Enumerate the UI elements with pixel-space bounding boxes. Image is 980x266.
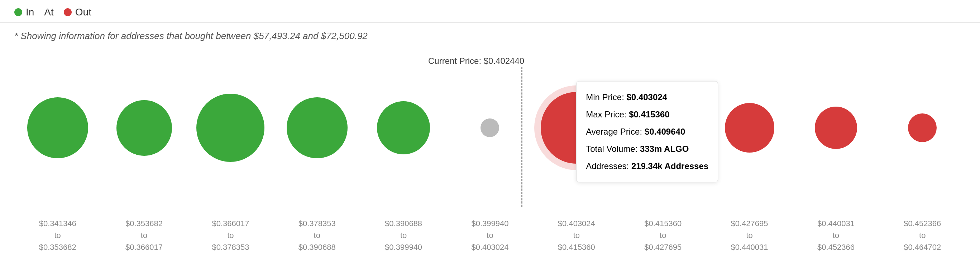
legend-label-out: Out bbox=[75, 6, 91, 18]
x-label-10-from: $0.452366 bbox=[904, 218, 941, 229]
legend-label-at: At bbox=[44, 6, 53, 18]
x-label-8: $0.427695 to $0.440031 bbox=[706, 218, 792, 253]
x-label-7: $0.415360 to $0.427695 bbox=[620, 218, 706, 253]
current-price-line bbox=[521, 67, 522, 207]
bubble-col-3 bbox=[188, 94, 274, 162]
x-label-5-from: $0.399940 bbox=[471, 218, 509, 229]
tooltip-total-volume-value: 333m ALGO bbox=[640, 144, 689, 154]
legend: In At Out bbox=[0, 0, 980, 22]
x-label-1-from: $0.353682 bbox=[126, 218, 163, 229]
x-label-4-from: $0.390688 bbox=[385, 218, 422, 229]
tooltip-min-price-value: $0.403024 bbox=[627, 92, 667, 102]
x-labels: $0.341346 to $0.353682 $0.353682 to $0.3… bbox=[0, 218, 980, 246]
tooltip-addresses-value: 219.34k Addresses bbox=[632, 161, 708, 171]
legend-item-at: At bbox=[44, 6, 53, 18]
x-label-9: $0.440031 to $0.452366 bbox=[792, 218, 879, 253]
x-label-9-from: $0.440031 bbox=[817, 218, 854, 229]
x-label-8-from: $0.427695 bbox=[731, 218, 768, 229]
tooltip-max-price-label: Max Price: bbox=[586, 109, 626, 119]
bubble-col-5 bbox=[360, 101, 447, 154]
tooltip-total-volume-label: Total Volume: bbox=[586, 144, 638, 154]
x-label-2: $0.366017 to $0.378353 bbox=[188, 218, 274, 253]
bubble-col-6 bbox=[447, 119, 533, 137]
x-label-6-from: $0.403024 bbox=[558, 218, 595, 229]
x-label-5-to: $0.403024 bbox=[471, 241, 509, 253]
current-price-label: Current Price: $0.402440 bbox=[428, 56, 524, 66]
tooltip-avg-price-value: $0.409640 bbox=[644, 127, 685, 136]
x-label-3: $0.378353 to $0.390688 bbox=[274, 218, 360, 253]
legend-item-out: Out bbox=[64, 6, 91, 18]
bubble-col-1 bbox=[14, 97, 101, 158]
x-label-0-to: $0.353682 bbox=[39, 241, 76, 253]
bubble-9 bbox=[725, 103, 774, 152]
x-label-6: $0.403024 to $0.415360 bbox=[533, 218, 619, 253]
x-label-2-from: $0.366017 bbox=[212, 218, 249, 229]
bubble-4 bbox=[286, 97, 348, 158]
bubble-5 bbox=[377, 101, 430, 154]
x-label-3-to: $0.390688 bbox=[299, 241, 336, 253]
x-label-3-from: $0.378353 bbox=[299, 218, 336, 229]
tooltip-addresses: Addresses: 219.34k Addresses bbox=[586, 158, 708, 175]
x-label-4-to: $0.399940 bbox=[385, 241, 422, 253]
x-label-0-from: $0.341346 bbox=[39, 218, 76, 229]
tooltip-total-volume: Total Volume: 333m ALGO bbox=[586, 140, 708, 158]
x-label-5: $0.399940 to $0.403024 bbox=[447, 218, 533, 253]
x-label-8-to: $0.440031 bbox=[731, 241, 768, 253]
x-label-2-to: $0.378353 bbox=[212, 241, 249, 253]
x-label-0: $0.341346 to $0.353682 bbox=[14, 218, 101, 253]
x-label-6-to: $0.415360 bbox=[558, 241, 595, 253]
bubble-col-4 bbox=[274, 97, 360, 158]
x-label-7-from: $0.415360 bbox=[644, 218, 681, 229]
tooltip-avg-price-label: Average Price: bbox=[586, 127, 642, 136]
x-label-1-to: $0.366017 bbox=[126, 241, 163, 253]
legend-label-in: In bbox=[26, 6, 34, 18]
tooltip-max-price-value: $0.415360 bbox=[629, 109, 669, 119]
x-label-1: $0.353682 to $0.366017 bbox=[101, 218, 187, 253]
bubble-6 bbox=[480, 119, 499, 137]
bubble-col-11 bbox=[879, 114, 966, 142]
tooltip-min-price-label: Min Price: bbox=[586, 92, 624, 102]
tooltip-avg-price: Average Price: $0.409640 bbox=[586, 123, 708, 140]
chart-area: Current Price: $0.402440 bbox=[0, 45, 980, 246]
bubble-col-9 bbox=[706, 103, 792, 152]
x-label-7-to: $0.427695 bbox=[644, 241, 681, 253]
bubble-1 bbox=[27, 97, 88, 158]
legend-item-in: In bbox=[14, 6, 34, 18]
tooltip-addresses-label: Addresses: bbox=[586, 161, 629, 171]
bubble-col-10 bbox=[792, 107, 879, 149]
tooltip-max-price: Max Price: $0.415360 bbox=[586, 106, 708, 123]
tooltip: Min Price: $0.403024 Max Price: $0.41536… bbox=[576, 81, 718, 183]
x-label-10-to: $0.464702 bbox=[904, 241, 941, 253]
x-label-4: $0.390688 to $0.399940 bbox=[360, 218, 447, 253]
bubble-2 bbox=[116, 100, 172, 156]
bubbles-row: Min Price: $0.403024 Max Price: $0.41536… bbox=[0, 67, 980, 189]
legend-dot-out bbox=[64, 8, 72, 16]
bubble-col-2 bbox=[101, 100, 187, 156]
bubble-10 bbox=[815, 107, 857, 149]
bubble-11 bbox=[908, 114, 937, 142]
subtitle: * Showing information for addresses that… bbox=[0, 22, 980, 42]
x-label-10: $0.452366 to $0.464702 bbox=[879, 218, 966, 253]
bubble-3 bbox=[196, 94, 264, 162]
tooltip-min-price: Min Price: $0.403024 bbox=[586, 89, 708, 106]
x-label-9-to: $0.452366 bbox=[817, 241, 854, 253]
legend-dot-in bbox=[14, 8, 22, 16]
bubble-col-7: Min Price: $0.403024 Max Price: $0.41536… bbox=[533, 92, 619, 164]
